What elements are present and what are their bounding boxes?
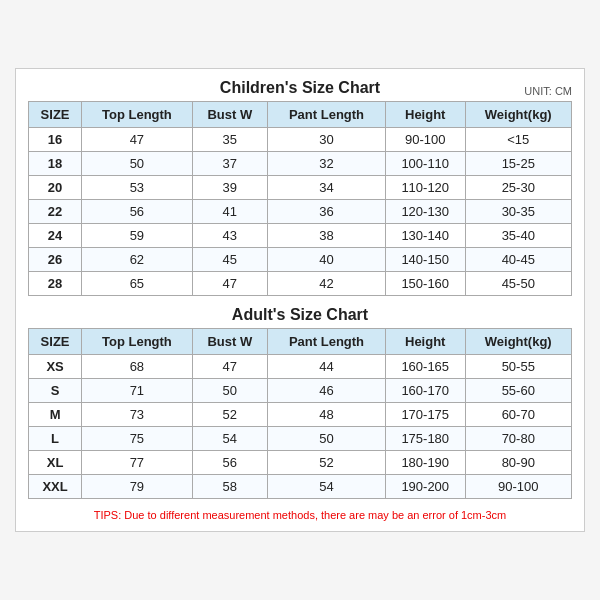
table-row: 22564136120-13030-35 bbox=[29, 200, 572, 224]
adults-col-height: Height bbox=[385, 329, 465, 355]
table-row: 26624540140-15040-45 bbox=[29, 248, 572, 272]
adults-col-weight: Weight(kg) bbox=[465, 329, 572, 355]
table-row: M735248170-17560-70 bbox=[29, 403, 572, 427]
table-row: 24594338130-14035-40 bbox=[29, 224, 572, 248]
children-col-height: Height bbox=[385, 102, 465, 128]
children-body: 1647353090-100<1518503732100-11015-25205… bbox=[29, 128, 572, 296]
table-row: 20533934110-12025-30 bbox=[29, 176, 572, 200]
tips-text: TIPS: Due to different measurement metho… bbox=[28, 509, 572, 521]
adults-body: XS684744160-16550-55S715046160-17055-60M… bbox=[29, 355, 572, 499]
table-row: L755450175-18070-80 bbox=[29, 427, 572, 451]
children-title-row: Children's Size Chart UNIT: CM bbox=[28, 79, 572, 97]
children-table: SIZE Top Length Bust W Pant Length Heigh… bbox=[28, 101, 572, 296]
adults-header-row: SIZE Top Length Bust W Pant Length Heigh… bbox=[29, 329, 572, 355]
table-row: XS684744160-16550-55 bbox=[29, 355, 572, 379]
adults-title: Adult's Size Chart bbox=[232, 306, 368, 324]
children-title: Children's Size Chart bbox=[220, 79, 380, 97]
children-col-weight: Weight(kg) bbox=[465, 102, 572, 128]
adults-col-size: SIZE bbox=[29, 329, 82, 355]
adults-col-pant: Pant Length bbox=[268, 329, 386, 355]
table-row: 18503732100-11015-25 bbox=[29, 152, 572, 176]
children-col-size: SIZE bbox=[29, 102, 82, 128]
chart-container: Children's Size Chart UNIT: CM SIZE Top … bbox=[15, 68, 585, 532]
children-col-pant: Pant Length bbox=[268, 102, 386, 128]
adults-title-row: Adult's Size Chart bbox=[28, 306, 572, 324]
table-row: 28654742150-16045-50 bbox=[29, 272, 572, 296]
adults-col-bust: Bust W bbox=[192, 329, 267, 355]
children-col-top-length: Top Length bbox=[82, 102, 192, 128]
children-header-row: SIZE Top Length Bust W Pant Length Heigh… bbox=[29, 102, 572, 128]
children-col-bust: Bust W bbox=[192, 102, 267, 128]
table-row: XXL795854190-20090-100 bbox=[29, 475, 572, 499]
table-row: 1647353090-100<15 bbox=[29, 128, 572, 152]
adults-table: SIZE Top Length Bust W Pant Length Heigh… bbox=[28, 328, 572, 499]
table-row: S715046160-17055-60 bbox=[29, 379, 572, 403]
unit-label: UNIT: CM bbox=[524, 85, 572, 97]
table-row: XL775652180-19080-90 bbox=[29, 451, 572, 475]
adults-col-top-length: Top Length bbox=[82, 329, 192, 355]
